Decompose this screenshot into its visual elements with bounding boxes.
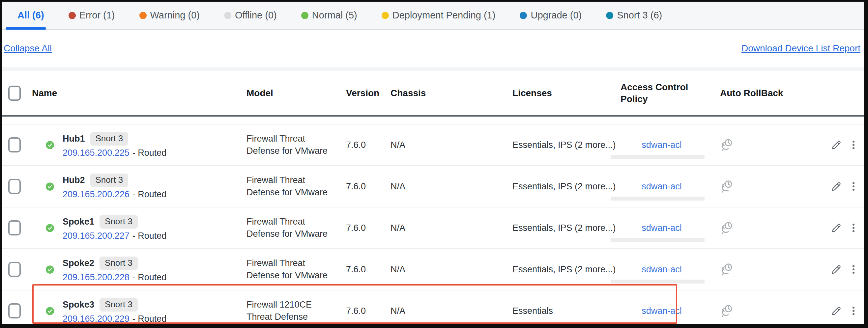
tab-all[interactable]: All (6): [18, 2, 44, 29]
row-checkbox[interactable]: [8, 207, 21, 248]
device-ip-link[interactable]: 209.165.200.225: [63, 148, 129, 158]
select-all-checkbox[interactable]: [8, 71, 21, 115]
more-options-icon[interactable]: [848, 207, 859, 248]
device-name: Spoke2: [63, 258, 94, 268]
device-mode: - Routed: [132, 272, 167, 283]
status-normal-icon: [45, 166, 54, 207]
table-header-row: Name Model Version Chassis Licenses Acce…: [2, 71, 864, 117]
download-device-list-report-link[interactable]: Download Device List Report: [741, 43, 861, 54]
status-dot-icon: [301, 12, 308, 19]
more-options-icon[interactable]: [848, 125, 859, 165]
edit-pencil-icon[interactable]: [830, 249, 842, 290]
licenses-cell: Essentials, IPS (2 more...): [513, 207, 619, 248]
acp-link-underline-bar: [611, 280, 705, 284]
snort3-badge: Snort 3: [90, 132, 128, 145]
table-row: Spoke2 Snort 3 209.165.200.228 - Routed …: [2, 248, 864, 290]
access-control-policy-link[interactable]: sdwan-acl: [642, 181, 682, 193]
device-mode: - Routed: [132, 148, 167, 158]
header-chassis: Chassis: [391, 71, 426, 115]
table-row: Spoke1 Snort 3 209.165.200.227 - Routed …: [2, 207, 864, 248]
more-options-icon[interactable]: [848, 166, 859, 207]
snort3-badge: Snort 3: [99, 298, 138, 311]
auto-rollback-icon: [719, 291, 734, 324]
row-checkbox[interactable]: [8, 249, 21, 290]
auto-rollback-icon: [719, 125, 734, 165]
auto-rollback-icon: [719, 207, 734, 248]
status-normal-icon: [45, 125, 54, 165]
status-normal-icon: [45, 291, 54, 324]
header-spacer: [2, 117, 864, 124]
table-toolbar: Collapse All Download Device List Report: [2, 30, 864, 67]
chassis-cell: N/A: [391, 207, 405, 248]
header-version: Version: [346, 71, 379, 115]
access-control-policy-link[interactable]: sdwan-acl: [642, 222, 682, 234]
tab-warning[interactable]: Warning (0): [140, 2, 200, 29]
status-normal-icon: [45, 249, 54, 290]
device-ip-link[interactable]: 209.165.200.227: [63, 231, 129, 241]
chassis-cell: N/A: [391, 166, 405, 207]
table-row: Hub2 Snort 3 209.165.200.226 - Routed Fi…: [2, 165, 864, 207]
status-dot-icon: [520, 12, 527, 19]
version-cell: 7.6.0: [346, 166, 366, 207]
access-control-policy-link[interactable]: sdwan-acl: [642, 263, 682, 276]
edit-pencil-icon[interactable]: [830, 207, 842, 248]
edit-pencil-icon[interactable]: [830, 166, 842, 207]
model-cell: Firewall Threat Defense for VMware: [247, 249, 336, 290]
row-checkbox[interactable]: [8, 125, 21, 165]
tab-snort-3[interactable]: Snort 3 (6): [606, 2, 662, 29]
row-checkbox[interactable]: [8, 291, 21, 324]
chassis-cell: N/A: [391, 125, 405, 165]
model-cell: Firewall Threat Defense for VMware: [247, 125, 336, 165]
snort3-badge: Snort 3: [90, 173, 128, 187]
licenses-cell: Essentials, IPS (2 more...): [513, 125, 619, 165]
model-cell: Firewall 1210CE Threat Defense: [247, 291, 336, 324]
more-options-icon[interactable]: [848, 249, 859, 290]
licenses-cell: Essentials, IPS (2 more...): [513, 166, 619, 207]
active-tab-underline: [6, 27, 46, 30]
collapse-all-link[interactable]: Collapse All: [4, 43, 52, 54]
model-cell: Firewall Threat Defense for VMware: [247, 166, 336, 207]
version-cell: 7.6.0: [346, 291, 366, 324]
device-mode: - Routed: [132, 314, 167, 324]
snort3-badge: Snort 3: [99, 257, 138, 270]
access-control-policy-link[interactable]: sdwan-acl: [642, 305, 682, 317]
version-cell: 7.6.0: [346, 125, 366, 165]
device-ip-link[interactable]: 209.165.200.226: [63, 189, 129, 200]
header-model: Model: [247, 71, 273, 115]
device-name: Spoke1: [63, 217, 94, 227]
device-mode: - Routed: [132, 231, 167, 241]
chassis-cell: N/A: [391, 249, 405, 290]
version-cell: 7.6.0: [346, 249, 366, 290]
row-checkbox[interactable]: [8, 166, 21, 207]
device-ip-link[interactable]: 209.165.200.228: [63, 272, 129, 283]
tab-normal[interactable]: Normal (5): [301, 2, 357, 29]
device-mode: - Routed: [132, 189, 167, 200]
more-options-icon[interactable]: [848, 291, 859, 324]
snort3-badge: Snort 3: [99, 215, 138, 229]
status-dot-icon: [382, 12, 389, 19]
acp-link-underline-bar: [611, 197, 705, 201]
device-name: Hub2: [63, 175, 85, 186]
tab-offline[interactable]: Offline (0): [224, 2, 277, 29]
table-body: Hub1 Snort 3 209.165.200.225 - Routed Fi…: [2, 124, 864, 324]
edit-pencil-icon[interactable]: [830, 291, 842, 324]
header-name: Name: [32, 71, 57, 115]
access-control-policy-link[interactable]: sdwan-acl: [642, 139, 682, 151]
model-cell: Firewall Threat Defense for VMware: [247, 207, 336, 248]
status-filter-tabbar: All (6) Error (1) Warning (0) Offline (0…: [2, 2, 864, 30]
device-name: Spoke3: [63, 300, 94, 310]
edit-pencil-icon[interactable]: [830, 125, 842, 165]
version-cell: 7.6.0: [346, 207, 366, 248]
status-dot-icon: [606, 12, 613, 19]
status-dot-icon: [224, 12, 231, 19]
licenses-cell: Essentials: [513, 291, 619, 324]
tab-error[interactable]: Error (1): [68, 2, 115, 29]
table-row: Spoke3 Snort 3 209.165.200.229 - Routed …: [2, 290, 864, 324]
acp-link-underline-bar: [611, 155, 705, 159]
device-ip-link[interactable]: 209.165.200.229: [63, 314, 129, 324]
auto-rollback-icon: [719, 166, 734, 207]
tab-upgrade[interactable]: Upgrade (0): [520, 2, 582, 29]
status-dot-icon: [140, 12, 147, 19]
tab-deployment-pending[interactable]: Deployment Pending (1): [382, 2, 496, 29]
device-name: Hub1: [63, 134, 85, 144]
